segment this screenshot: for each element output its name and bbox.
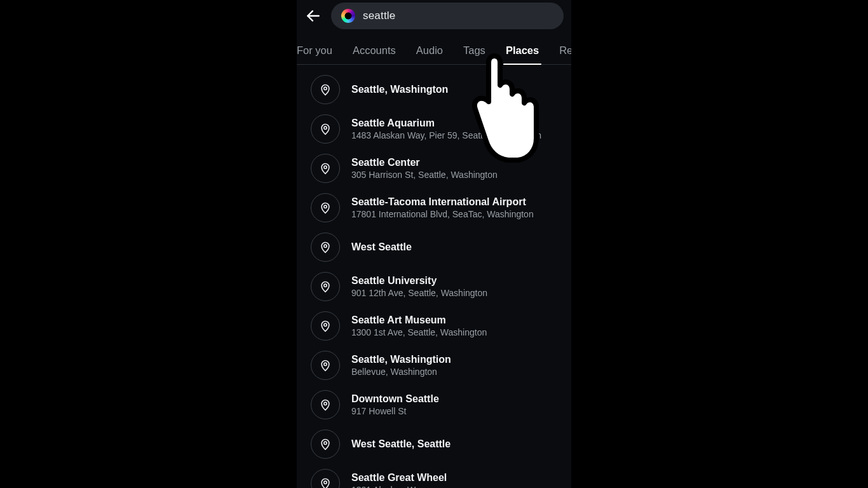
app-screen: seattle For you Accounts Audio Tags Plac… [297, 0, 571, 488]
list-item[interactable]: Seattle, Washington [297, 70, 571, 109]
location-pin-icon [311, 351, 340, 380]
tab-for-you[interactable]: For you [297, 44, 342, 64]
location-pin-icon [311, 390, 340, 419]
list-item-subtitle: 901 12th Ave, Seattle, Washington [351, 288, 487, 298]
list-item-text: Seattle Great Wheel 1301 Alaskan Way [351, 472, 447, 488]
list-item-subtitle: 305 Harrison St, Seattle, Washington [351, 170, 498, 180]
svg-point-9 [324, 402, 327, 405]
tab-reels[interactable]: Reels [549, 44, 571, 64]
list-item-subtitle: 1301 Alaskan Way [351, 485, 447, 488]
svg-point-5 [324, 245, 327, 247]
list-item-text: West Seattle, Seattle [351, 438, 451, 450]
list-item[interactable]: Seattle Art Museum 1300 1st Ave, Seattle… [297, 306, 571, 346]
list-item-subtitle: Bellevue, Washington [351, 367, 451, 377]
list-item-text: Seattle University 901 12th Ave, Seattle… [351, 275, 487, 298]
svg-point-7 [324, 323, 327, 326]
svg-point-8 [324, 363, 327, 365]
search-tabs: For you Accounts Audio Tags Places Reels [297, 33, 571, 65]
list-item-title: Seattle, Washington [351, 84, 448, 95]
list-item-title: Downtown Seattle [351, 393, 439, 405]
svg-point-10 [324, 442, 327, 444]
list-item[interactable]: West Seattle, Seattle [297, 424, 571, 464]
location-pin-icon [311, 469, 340, 488]
location-pin-icon [311, 272, 340, 301]
location-pin-icon [311, 114, 340, 144]
list-item-title: Seattle Aquarium [351, 118, 541, 129]
list-item-title: West Seattle, Seattle [351, 438, 451, 450]
list-item-title: West Seattle [351, 241, 412, 253]
svg-point-2 [324, 126, 327, 129]
location-pin-icon [311, 233, 340, 262]
svg-point-6 [324, 284, 327, 287]
list-item-text: Seattle, Washingtion Bellevue, Washingto… [351, 354, 451, 377]
back-button[interactable] [304, 7, 322, 25]
svg-point-4 [324, 205, 327, 208]
svg-point-1 [324, 87, 327, 90]
list-item[interactable]: Seattle Center 305 Harrison St, Seattle,… [297, 149, 571, 188]
tab-tags[interactable]: Tags [453, 44, 496, 64]
list-item-text: Seattle Art Museum 1300 1st Ave, Seattle… [351, 315, 487, 337]
list-item-subtitle: 917 Howell St [351, 406, 439, 416]
list-item[interactable]: Seattle University 901 12th Ave, Seattle… [297, 267, 571, 306]
list-item-text: Seattle Center 305 Harrison St, Seattle,… [351, 157, 498, 180]
location-pin-icon [311, 154, 340, 183]
search-header: seattle [297, 0, 571, 33]
svg-point-11 [324, 481, 327, 484]
list-item[interactable]: Seattle Aquarium 1483 Alaskan Way, Pier … [297, 109, 571, 149]
list-item-text: Downtown Seattle 917 Howell St [351, 393, 439, 416]
app-logo-icon [341, 9, 355, 23]
search-query-text: seattle [363, 10, 396, 22]
list-item-text: Seattle Aquarium 1483 Alaskan Way, Pier … [351, 118, 541, 140]
location-pin-icon [311, 311, 340, 341]
list-item-title: Seattle Center [351, 157, 498, 168]
list-item[interactable]: Seattle-Tacoma International Airport 178… [297, 188, 571, 227]
svg-point-3 [324, 166, 327, 168]
list-item[interactable]: West Seattle [297, 227, 571, 267]
list-item-title: Seattle, Washingtion [351, 354, 451, 365]
tab-audio[interactable]: Audio [406, 44, 453, 64]
list-item-subtitle: 17801 International Blvd, SeaTac, Washin… [351, 209, 534, 219]
location-pin-icon [311, 430, 340, 459]
tab-accounts[interactable]: Accounts [342, 44, 406, 64]
list-item-title: Seattle University [351, 275, 487, 287]
list-item-title: Seattle Art Museum [351, 315, 487, 326]
list-item-title: Seattle-Tacoma International Airport [351, 196, 534, 208]
location-pin-icon [311, 193, 340, 222]
location-pin-icon [311, 75, 340, 104]
search-input[interactable]: seattle [331, 3, 564, 29]
list-item-text: West Seattle [351, 241, 412, 253]
list-item-title: Seattle Great Wheel [351, 472, 447, 484]
list-item[interactable]: Downtown Seattle 917 Howell St [297, 385, 571, 424]
list-item[interactable]: Seattle Great Wheel 1301 Alaskan Way [297, 464, 571, 488]
list-item-subtitle: 1300 1st Ave, Seattle, Washington [351, 327, 487, 337]
tab-places[interactable]: Places [496, 44, 549, 64]
list-item-subtitle: 1483 Alaskan Way, Pier 59, Seattle, Wash… [351, 130, 541, 140]
list-item[interactable]: Seattle, Washingtion Bellevue, Washingto… [297, 346, 571, 385]
arrow-left-icon [305, 8, 322, 24]
list-item-text: Seattle, Washington [351, 84, 448, 95]
results-list: Seattle, Washington Seattle Aquarium 148… [297, 65, 571, 488]
list-item-text: Seattle-Tacoma International Airport 178… [351, 196, 534, 219]
